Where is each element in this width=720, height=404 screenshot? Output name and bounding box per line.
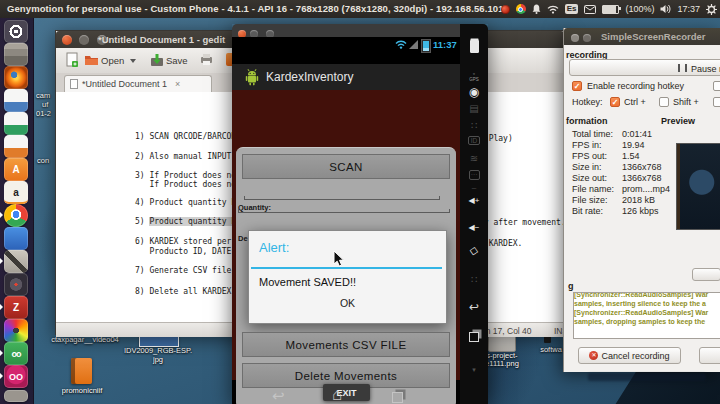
print-icon[interactable]	[199, 53, 214, 66]
emulator-titlebar[interactable]	[232, 24, 460, 37]
launcher-files[interactable]	[4, 43, 29, 66]
text-line: 1) SCAN QRCODE/BARCODE	[135, 132, 241, 141]
battery-tray-icon[interactable]	[602, 5, 619, 14]
remote-control-widget-icon[interactable]: ∷	[460, 117, 488, 133]
open-dropdown-caret[interactable]	[130, 59, 136, 63]
new-document-icon[interactable]	[66, 52, 79, 68]
desktop-icon-label[interactable]: ctaxpagar__video04	[30, 336, 140, 344]
launcher-libreoffice-calc[interactable]	[4, 112, 29, 135]
sidebar-caret-icon[interactable]: ▾	[460, 362, 488, 378]
back-icon[interactable]: ↩	[460, 299, 488, 315]
navigation-dots-icon[interactable]: ∷	[460, 271, 488, 287]
quantity-input[interactable]	[238, 207, 450, 213]
ctrl-checkbox[interactable]	[610, 97, 620, 107]
launcher-chrome[interactable]	[4, 204, 29, 227]
shift-checkbox[interactable]	[659, 97, 669, 107]
info-label: Size in:	[572, 162, 602, 172]
launcher-libreoffice-impress[interactable]	[4, 135, 29, 158]
close-button[interactable]	[571, 34, 579, 42]
minimize-button[interactable]	[79, 35, 89, 45]
small-app-icon[interactable]	[544, 336, 551, 343]
gps-widget-icon[interactable]: ◦GPS	[460, 68, 488, 84]
document-tab[interactable]: *Untitled Document 1 ×	[64, 75, 212, 92]
launcher-video-app[interactable]	[4, 227, 29, 250]
enable-hotkey-checkbox[interactable]	[572, 81, 582, 91]
desktop-label-fragment[interactable]: 01-2	[36, 110, 51, 118]
scan-button[interactable]: SCAN	[242, 154, 450, 179]
recent-apps-icon[interactable]	[460, 329, 488, 345]
mail-tray-icon[interactable]	[584, 5, 596, 14]
launcher-draw-app[interactable]	[4, 250, 29, 273]
network-widget-icon[interactable]: ≋	[460, 150, 488, 166]
movements-csv-button[interactable]: Movements CSV FILE	[242, 332, 450, 357]
save-button[interactable]: Save	[166, 55, 188, 66]
desktop-icon-label[interactable]: IDV2009_RGB-ESP.	[118, 347, 198, 355]
launcher-trash[interactable]	[4, 390, 29, 404]
info-label: FPS in:	[572, 140, 602, 150]
desktop-label-fragment[interactable]: con	[37, 157, 49, 165]
exit-button[interactable]: EXIT	[323, 384, 370, 401]
launcher-magenta-oo-app[interactable]: OO	[4, 365, 29, 388]
magenta-oo-app-icon: OO	[4, 365, 28, 388]
launcher-lens-app[interactable]	[4, 273, 29, 296]
launcher-firefox[interactable]	[4, 66, 29, 89]
alt-checkbox[interactable]	[713, 97, 720, 107]
screencast-widget-icon[interactable]: ▤	[460, 100, 488, 116]
text-line: 6) KARDEX stored per Pr	[135, 237, 246, 246]
launcher-amazon[interactable]: a	[4, 181, 29, 204]
volume-up-icon[interactable]: ◀+	[460, 192, 488, 208]
wifi-tray-icon[interactable]	[547, 5, 559, 14]
volume-tray-icon[interactable]	[660, 4, 671, 14]
nav-back-icon[interactable]: ↩	[272, 388, 285, 403]
device-id-widget-icon[interactable]: ID	[460, 132, 488, 148]
camera-widget-icon[interactable]: ◉	[460, 84, 488, 100]
desktop-icon-label[interactable]: promonicniif	[51, 387, 113, 395]
clock[interactable]: 17:37	[677, 4, 700, 14]
chrome-icon	[4, 204, 28, 227]
info-value: 19.94	[622, 140, 645, 150]
keyboard-layout-indicator[interactable]: Es	[565, 4, 579, 14]
save-icon[interactable]	[150, 53, 164, 67]
desktop-label-fragment[interactable]: uf	[42, 101, 48, 109]
simplescreenrecorder-window: SimpleScreenRecorder recording Pause rec…	[563, 28, 720, 372]
launcher-software-center[interactable]: A	[4, 158, 29, 181]
nav-recents-icon[interactable]	[392, 392, 403, 403]
open-button[interactable]: Open	[101, 55, 124, 66]
ok-button[interactable]: OK	[249, 297, 446, 309]
close-button[interactable]	[62, 35, 72, 45]
software-center-icon: A	[4, 158, 28, 181]
tab-close-icon[interactable]: ×	[175, 79, 180, 89]
volume-down-icon[interactable]: ◀−	[460, 219, 488, 235]
launcher-dash-home[interactable]	[4, 20, 29, 43]
cancel-recording-button[interactable]: ✕ Cancel recording	[578, 347, 681, 364]
extra-checkbox[interactable]	[713, 81, 720, 91]
desktop-label-fragment[interactable]: cam	[36, 92, 50, 100]
firefox-icon	[4, 66, 28, 89]
save-recording-button[interactable]	[699, 347, 720, 364]
nav-home-icon[interactable]: ⌂	[332, 387, 342, 402]
code-input[interactable]	[244, 194, 440, 200]
session-gear-icon[interactable]	[706, 4, 717, 15]
video-file-icon[interactable]	[71, 358, 92, 384]
chrome-tray-icon[interactable]	[516, 4, 526, 14]
app-header: KardexInventory	[232, 64, 460, 91]
minimize-button[interactable]	[583, 34, 591, 42]
notification-bell-icon[interactable]	[532, 4, 541, 15]
desktop-icon-label[interactable]: jpg	[118, 356, 198, 364]
log-output[interactable]: [Synchronizer::ReadAudioSamples] War sam…	[573, 292, 720, 339]
rotate-screen-icon[interactable]: ◇	[459, 240, 489, 261]
pause-recording-button[interactable]: Pause recording	[569, 59, 720, 76]
launcher-color-wheel-app[interactable]	[4, 319, 29, 342]
recorder-titlebar[interactable]: SimpleScreenRecorder	[564, 28, 720, 45]
launcher-libreoffice-writer[interactable]	[4, 89, 29, 112]
open-folder-icon[interactable]	[84, 54, 99, 66]
info-label: Size out:	[572, 173, 607, 183]
launcher-green-glasses-app[interactable]: oo	[4, 342, 29, 365]
recording-indicator-icon[interactable]	[501, 5, 510, 14]
battery-widget-icon[interactable]	[460, 38, 488, 54]
preview-thumbnail	[676, 143, 720, 230]
launcher-red-z-app[interactable]: Z	[4, 296, 29, 319]
small-button[interactable]	[692, 268, 720, 281]
info-value: 1366x768	[622, 173, 662, 183]
app-content: SCAN Quantity: De Alert: Movement SAVED!…	[232, 90, 460, 380]
